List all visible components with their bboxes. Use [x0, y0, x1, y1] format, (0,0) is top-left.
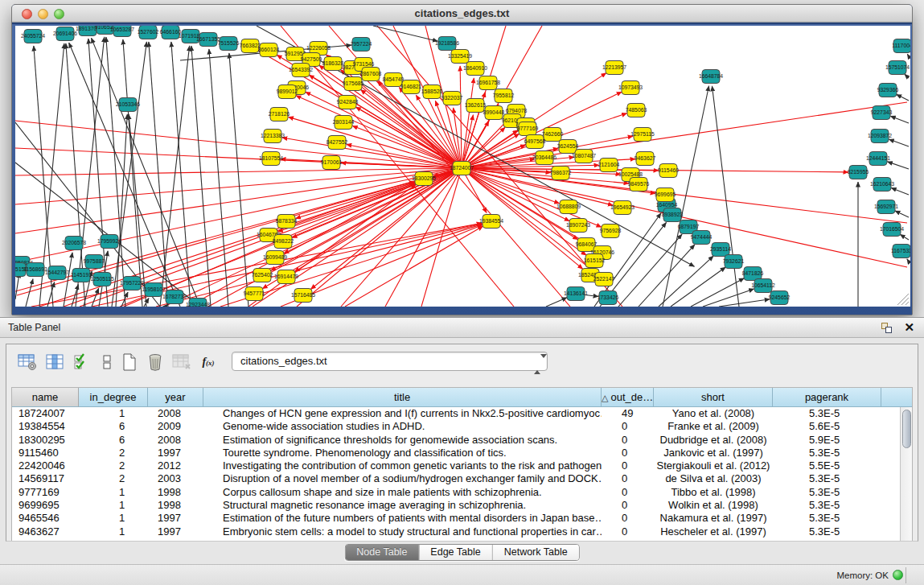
graph-node[interactable]: 1527602: [138, 26, 159, 39]
select-all-icon[interactable]: [72, 352, 92, 373]
graph-node[interactable]: 9699695: [655, 188, 676, 202]
graph-node[interactable]: 1145191: [71, 269, 92, 282]
window-titlebar[interactable]: citations_edges.txt: [12, 5, 912, 23]
rows-icon[interactable]: [97, 352, 117, 373]
graph-node[interactable]: 18724007: [450, 162, 474, 175]
graph-node[interactable]: 2935114: [710, 243, 731, 257]
graph-edge[interactable]: [907, 54, 909, 56]
tab-node-table[interactable]: Node Table: [345, 545, 419, 560]
table-row[interactable]: 1830029562008Estimation of significance …: [12, 434, 900, 447]
graph-node[interactable]: 1167533: [891, 245, 910, 258]
graph-node[interactable]: 7955812: [493, 89, 515, 103]
column-header-name[interactable]: name: [12, 388, 79, 407]
graph-node[interactable]: 10654112: [751, 279, 775, 293]
graph-node[interactable]: 11568693: [23, 263, 47, 277]
graph-node[interactable]: 8186328: [322, 57, 344, 71]
graph-edge[interactable]: [691, 278, 744, 307]
graph-edge[interactable]: [889, 139, 909, 146]
graph-edge[interactable]: [462, 78, 474, 168]
graph-node[interactable]: 9849576: [628, 178, 650, 192]
graph-node[interactable]: 9115460: [658, 164, 679, 178]
graph-node[interactable]: 9245652: [769, 291, 791, 305]
graph-node[interactable]: 9329366: [877, 84, 899, 97]
table-scrollbar[interactable]: [900, 407, 912, 541]
graph-node[interactable]: 9899012: [277, 85, 298, 99]
graph-edge[interactable]: [890, 116, 909, 123]
table-row[interactable]: 911546021997Tourette syndrome. Phenomeno…: [12, 447, 900, 459]
graph-node[interactable]: 9756928: [600, 225, 622, 238]
graph-node[interactable]: 20364486: [532, 151, 556, 165]
table-row[interactable]: 969969511998Structural magnetic resonanc…: [12, 499, 900, 512]
network-canvas[interactable]: 2405572420691406189137049106531106532871…: [15, 26, 910, 307]
graph-edge[interactable]: [460, 66, 462, 168]
graph-node[interactable]: 17957223: [120, 277, 144, 290]
graph-node[interactable]: 10688809: [556, 200, 581, 214]
graph-edge[interactable]: [900, 234, 909, 240]
graph-node[interactable]: 18640910: [463, 62, 487, 76]
graph-node[interactable]: 2121604: [598, 159, 620, 172]
graph-node[interactable]: 12923448: [186, 299, 210, 307]
graph-node[interactable]: 18907243: [566, 219, 590, 233]
graph-node[interactable]: 7986372: [550, 167, 572, 180]
graph-node[interactable]: 19384554: [479, 215, 503, 229]
graph-edge[interactable]: [671, 267, 725, 307]
table-row[interactable]: 946362711997Embryonic stem cells: a mode…: [12, 525, 900, 538]
graph-node[interactable]: 2867608: [360, 68, 382, 81]
close-panel-icon[interactable]: ✕: [904, 320, 914, 335]
graph-node[interactable]: 9463627: [634, 152, 656, 166]
table-row[interactable]: 1872400712008Changes of HCN gene express…: [12, 407, 900, 420]
delete-table-icon[interactable]: [145, 352, 166, 373]
graph-node[interactable]: 9227343: [871, 106, 893, 120]
graph-node[interactable]: 6497568: [524, 135, 546, 149]
graph-edge[interactable]: [891, 187, 909, 195]
graph-node[interactable]: 12444151: [866, 152, 890, 166]
new-table-icon[interactable]: [119, 352, 140, 373]
graph-node[interactable]: 15692971: [874, 200, 898, 214]
scrollbar-thumb[interactable]: [902, 410, 911, 448]
graph-edge[interactable]: [66, 43, 85, 307]
graph-node[interactable]: 15442797: [45, 266, 69, 280]
graph-node[interactable]: 12093872: [868, 130, 892, 143]
graph-edge[interactable]: [15, 148, 462, 168]
graph-edge[interactable]: [209, 49, 228, 307]
graph-edge[interactable]: [907, 259, 909, 262]
graph-node[interactable]: 8660124: [258, 43, 280, 57]
graph-edge[interactable]: [546, 298, 567, 307]
memory-ok-indicator[interactable]: [893, 570, 903, 580]
graph-edge[interactable]: [373, 26, 437, 41]
column-header-short[interactable]: short: [654, 388, 773, 407]
graph-node[interactable]: 9146821: [400, 80, 422, 94]
graph-node[interactable]: 8938923: [662, 208, 684, 222]
graph-node[interactable]: 16648784: [699, 70, 723, 84]
graph-node[interactable]: 16961758: [476, 76, 500, 90]
graph-node[interactable]: 2803144: [333, 116, 355, 130]
float-panel-icon[interactable]: [881, 323, 892, 333]
graph-node[interactable]: 16543392: [289, 64, 313, 77]
graph-node[interactable]: 2522147: [593, 273, 615, 286]
graph-node[interactable]: 16782739: [162, 290, 187, 304]
graph-node[interactable]: 9777169: [517, 122, 539, 136]
graph-node[interactable]: 19218586: [435, 37, 459, 51]
graph-edge[interactable]: [296, 96, 462, 168]
graph-node[interactable]: 20691406: [53, 27, 77, 41]
graph-node[interactable]: 7485063: [626, 104, 647, 117]
graph-node[interactable]: 9242848: [337, 96, 359, 109]
graph-node[interactable]: 1615152: [584, 254, 606, 268]
function-builder-icon[interactable]: f(x): [198, 352, 219, 373]
graph-node[interactable]: 18300295: [412, 172, 436, 186]
graph-node[interactable]: 17016504: [880, 223, 904, 237]
graph-node[interactable]: 9975887: [84, 255, 105, 269]
graph-edge[interactable]: [895, 211, 909, 217]
graph-node[interactable]: 7932621: [723, 255, 745, 269]
graph-node[interactable]: 5878334: [276, 215, 298, 229]
graph-node[interactable]: 16914479: [274, 270, 298, 284]
table-row[interactable]: 977716911998Corpus callosum shape and si…: [12, 486, 900, 499]
table-row[interactable]: 2242004622012Investigating the contribut…: [12, 459, 900, 472]
tab-edge-table[interactable]: Edge Table: [419, 545, 492, 560]
network-graph[interactable]: 2405572420691406189137049106531106532871…: [15, 26, 910, 307]
graph-edge[interactable]: [703, 289, 754, 307]
graph-node[interactable]: 15751074: [885, 61, 910, 75]
table-row[interactable]: 946554611997Estimation of the future num…: [12, 512, 900, 525]
graph-node[interactable]: 7957224: [351, 38, 372, 51]
graph-node[interactable]: 16210643: [870, 178, 894, 192]
